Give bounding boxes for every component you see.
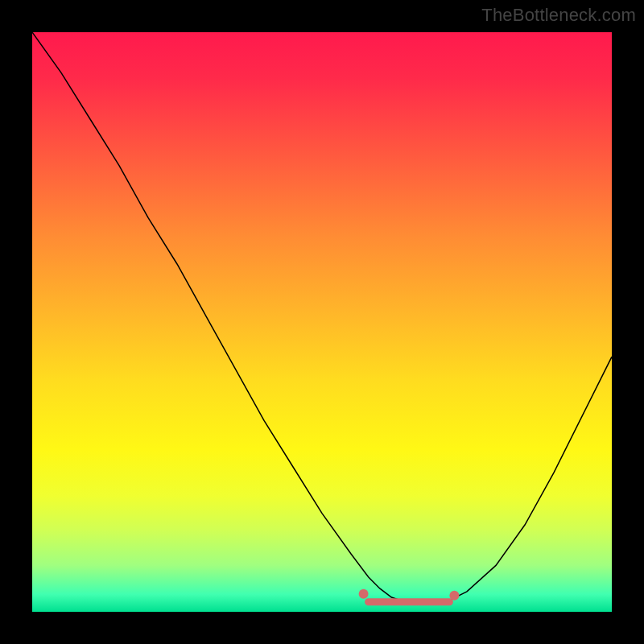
transition-dot-right <box>449 591 459 601</box>
plot-area <box>32 32 612 612</box>
transition-dot-left <box>359 589 369 599</box>
curve-svg <box>32 32 612 612</box>
bottleneck-curve <box>32 32 612 603</box>
watermark-text: TheBottleneck.com <box>481 5 636 26</box>
